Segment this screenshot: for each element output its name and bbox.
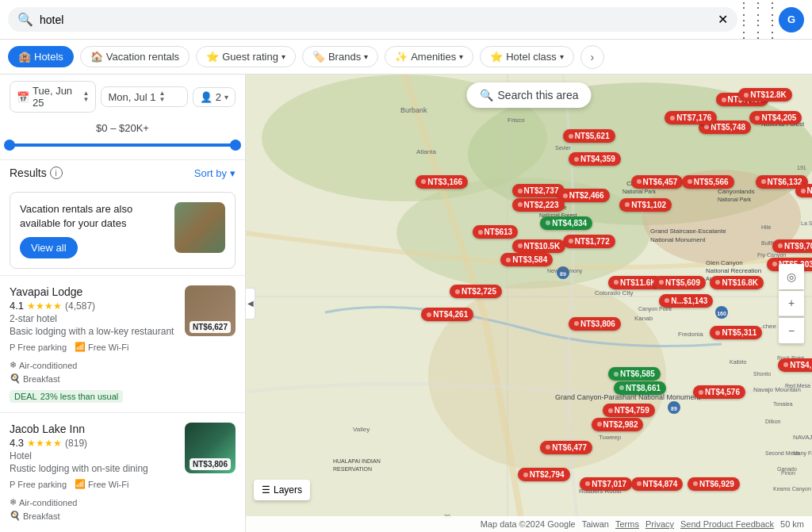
parking-icon: P [10,343,15,352]
price-marker-36[interactable]: NT$6,477 [540,441,592,454]
layers-label: Layers [274,484,302,496]
layers-button[interactable]: ☰ Layers [254,480,310,500]
view-all-button[interactable]: View all [20,237,78,258]
filter-tab-amenities[interactable]: ✨ Amenities ▾ [385,46,473,67]
hotel-card-yavapai[interactable]: Yavapai Lodge 4.1 ★★★★ (4,587) 2-star ho… [0,275,245,412]
hotel-image-jacob: NT$3,806 [185,423,236,473]
price-marker-15[interactable]: NT$1,772 [563,235,615,248]
price-marker-26[interactable]: NT$16.8K [710,276,764,289]
svg-text:National Recreation: National Recreation [706,267,761,274]
hotel-card-jacob[interactable]: Jacob Lake Inn 4.3 ★★★★ (819) Hotel Rust… [0,412,245,532]
price-marker-39[interactable]: NT$4,874 [631,477,684,491]
hotel-image-yavapai: NT$6,627 [185,285,236,336]
filter-tab-guest-rating[interactable]: ⭐ Guest rating ▾ [196,46,296,67]
price-marker-22[interactable]: NT$3,806 [569,317,621,331]
my-location-button[interactable]: ◎ [779,264,804,289]
price-marker-18[interactable]: NT$3,584 [500,253,553,266]
price-marker-34[interactable]: NT$4,576 [693,385,745,399]
zoom-in-button[interactable]: + [779,291,804,316]
slider-thumb-right[interactable] [230,140,241,151]
guests-field[interactable]: 👤 2 ▾ [193,87,236,107]
checkout-stepper[interactable]: ▲▼ [159,90,165,103]
price-marker-35[interactable]: NT$4,157 [778,358,812,372]
price-marker-30[interactable]: NT$6,585 [608,367,661,381]
filter-tab-vacation[interactable]: 🏠 Vacation rentals [80,46,190,67]
filter-tab-brands[interactable]: 🏷️ Brands ▾ [302,46,378,67]
price-marker-12[interactable]: NT$2,223 [512,198,565,212]
search-icon-map: 🔍 [480,89,493,101]
price-marker-17[interactable]: NT$10.5K [512,239,566,253]
price-marker-20[interactable]: NT$2,725 [450,285,502,298]
price-marker-2[interactable]: NT$4,205 [749,111,802,124]
price-marker-21[interactable]: NT$4,261 [421,308,473,321]
feedback-link[interactable]: Send Product Feedback [680,519,774,529]
left-panel: 📅 Tue, Jun 25 ▲▼ Mon, Jul 1 ▲▼ 👤 2 ▾ [0,75,246,532]
price-marker-4[interactable]: NT$7,176 [665,111,717,124]
price-marker-7[interactable]: NT$2,737 [512,184,565,197]
price-marker-14[interactable]: NT$4,834 [540,216,592,230]
zoom-out-button[interactable]: − [779,318,804,343]
search-area-button[interactable]: 🔍 Search this area [467,82,592,108]
price-marker-5[interactable]: NT$5,621 [563,129,615,143]
search-input[interactable] [40,13,711,26]
scale-label: 50 km [780,519,804,529]
terms-link[interactable]: Terms [615,519,639,529]
price-marker-37[interactable]: NT$2,794 [518,468,570,481]
layers-icon: ☰ [262,484,270,496]
price-marker-8[interactable]: NT$6,457 [631,175,684,189]
price-marker-19[interactable]: NT$3,166 [416,175,468,189]
apps-icon[interactable]: ⋮⋮⋮⋮⋮⋮⋮⋮⋮ [744,6,772,34]
close-icon[interactable]: ✕ [718,12,728,27]
svg-text:Shonto: Shonto [753,371,771,377]
filter-tab-hotel-class[interactable]: ⭐ Hotel class ▾ [480,46,574,67]
hotel-class-icon: ⭐ [490,51,503,63]
taiwan-label: Taiwan [582,519,609,529]
price-marker-32[interactable]: NT$4,759 [603,404,655,417]
amenity-breakfast-jacob: 🍳 Breakfast [10,511,59,521]
sort-button[interactable]: Sort by ▾ [194,167,236,179]
map-area[interactable]: 89 89 160 Burbank Frisco Atlanta Colorad… [246,75,812,532]
price-marker-38[interactable]: NT$7,017 [580,477,632,491]
price-marker-11[interactable]: NT$2,466 [557,189,610,202]
collapse-panel-button[interactable]: ◀ [246,288,255,320]
more-filters-button[interactable]: › [580,45,604,69]
wifi-icon-j: 📶 [75,479,86,489]
hotel-amenities-jacob: P Free parking 📶 Free Wi-Fi ❄ Air-condit… [10,479,177,507]
collapse-icon: ◀ [247,299,254,308]
price-marker-27[interactable]: NT$9,705 [772,239,812,253]
results-header: Results i Sort by ▾ [0,159,245,186]
filter-tab-hotels[interactable]: 🏨 Hotels [8,46,74,67]
price-marker-40[interactable]: NT$6,929 [688,477,740,491]
date-guests-row: 📅 Tue, Jun 25 ▲▼ Mon, Jul 1 ▲▼ 👤 2 ▾ [0,75,245,119]
price-slider[interactable] [10,137,236,153]
checkin-stepper[interactable]: ▲▼ [82,90,89,103]
map-footer: Map data ©2024 Google Taiwan Terms Priva… [246,516,812,532]
hotel-rating-jacob: 4.3 [10,437,24,449]
vacation-banner: Vacation rentals are also available for … [10,192,236,269]
price-marker-25[interactable]: N...$1,143 [659,294,713,308]
privacy-link[interactable]: Privacy [645,519,674,529]
vacation-icon: 🏠 [90,51,103,63]
price-marker-29[interactable]: NT$5,311 [710,326,762,339]
hotel-name-jacob: Jacob Lake Inn [10,423,177,435]
price-marker-16[interactable]: NT$613 [473,225,519,239]
price-marker-41[interactable]: NT$2,830 [795,184,812,197]
price-marker-9[interactable]: NT$5,566 [682,175,734,189]
results-info-icon[interactable]: i [50,166,63,179]
price-marker-31[interactable]: NT$8,661 [614,381,666,395]
checkin-field[interactable]: 📅 Tue, Jun 25 ▲▼ [10,81,96,113]
price-marker-6[interactable]: NT$4,359 [569,152,621,166]
avatar[interactable]: G [779,7,804,33]
checkout-field[interactable]: Mon, Jul 1 ▲▼ [101,86,187,107]
search-input-wrap[interactable]: 🔍 ✕ [8,7,737,32]
svg-text:Many Farms: Many Farms [793,450,812,457]
deal-icon: DEAL [14,392,37,401]
slider-thumb-left[interactable] [4,140,15,151]
price-marker-24[interactable]: NT$5,609 [653,276,706,289]
hotel-card-inner: Yavapai Lodge 4.1 ★★★★ (4,587) 2-star ho… [10,285,236,403]
price-marker-1[interactable]: NT$12.8K [738,88,792,101]
price-marker-33[interactable]: NT$2,982 [592,418,644,431]
price-marker-13[interactable]: NT$1,102 [619,198,672,212]
svg-text:Tuweep: Tuweep [599,434,622,441]
vacation-banner-text: Vacation rentals are also available for … [20,202,167,258]
